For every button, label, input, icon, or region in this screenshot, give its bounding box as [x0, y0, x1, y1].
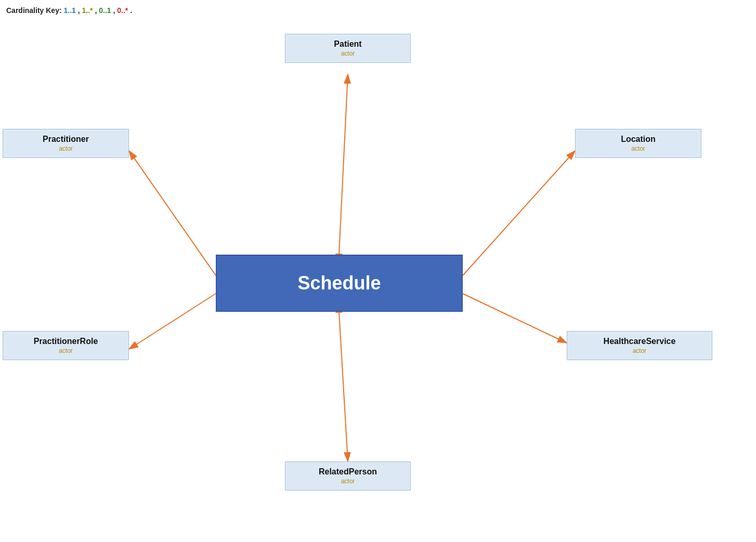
practitioner-node[interactable]: Practitioner actor: [3, 129, 129, 158]
cardinality-sep1: ,: [78, 6, 82, 15]
practitioner-role-subtitle: actor: [11, 347, 120, 354]
cardinality-0-n: 0..*: [117, 6, 128, 15]
cardinality-key: Cardinality Key: 1..1 , 1..* , 0..1 , 0.…: [6, 6, 132, 15]
cardinality-0-1: 0..1: [99, 6, 111, 15]
related-person-node[interactable]: RelatedPerson actor: [285, 461, 411, 491]
cardinality-1-n: 1..*: [82, 6, 93, 15]
healthcare-service-node[interactable]: HealthcareService actor: [567, 331, 712, 360]
arrow-related-person: [339, 312, 348, 461]
cardinality-1-1: 1..1: [63, 6, 75, 15]
diagram-container: Cardinality Key: 1..1 , 1..* , 0..1 , 0.…: [0, 0, 756, 542]
healthcare-service-title: HealthcareService: [576, 337, 703, 346]
cardinality-period: .: [130, 6, 132, 15]
related-person-title: RelatedPerson: [294, 467, 402, 477]
practitioner-role-node[interactable]: PractitionerRole actor: [3, 331, 129, 360]
cardinality-label: Cardinality Key:: [6, 6, 63, 15]
practitioner-subtitle: actor: [11, 145, 120, 152]
arrow-patient: [339, 74, 348, 255]
arrow-healthcare-service: [463, 294, 567, 343]
schedule-node[interactable]: Schedule: [216, 255, 463, 312]
patient-title: Patient: [294, 39, 402, 49]
healthcare-service-subtitle: actor: [576, 347, 703, 354]
location-title: Location: [584, 135, 693, 144]
location-node[interactable]: Location actor: [575, 129, 701, 158]
practitioner-title: Practitioner: [11, 135, 120, 144]
patient-node[interactable]: Patient actor: [285, 34, 411, 63]
related-person-subtitle: actor: [294, 478, 402, 485]
arrow-practitioner-role: [129, 294, 216, 349]
patient-subtitle: actor: [294, 50, 402, 57]
location-subtitle: actor: [584, 145, 693, 152]
practitioner-role-title: PractitionerRole: [11, 337, 120, 346]
schedule-title: Schedule: [297, 272, 381, 294]
arrow-location: [463, 151, 575, 275]
arrow-practitioner: [129, 151, 216, 275]
